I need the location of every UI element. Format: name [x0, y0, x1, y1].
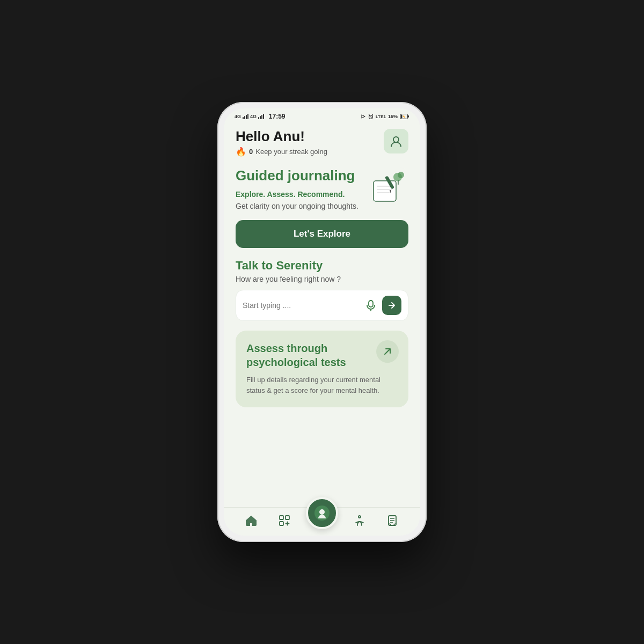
chat-input-container: [236, 290, 408, 321]
svg-point-25: [358, 516, 361, 518]
status-left: 4G 4G 17:59: [235, 113, 286, 120]
serenity-logo-icon: [313, 504, 331, 522]
battery-icon: [400, 114, 409, 119]
nav-apps[interactable]: [273, 512, 296, 529]
nav-journal-book[interactable]: [381, 512, 405, 529]
network-label: LTE1: [376, 114, 386, 119]
signal-label-2: 4G: [250, 114, 257, 119]
flame-icon: 🔥: [236, 147, 246, 157]
battery-percent: 16%: [388, 114, 398, 119]
svg-rect-2: [401, 115, 402, 119]
svg-rect-18: [280, 522, 283, 525]
phone-frame: 4G 4G 17:59: [217, 102, 427, 542]
svg-point-24: [319, 509, 325, 515]
streak-count: 0: [249, 148, 253, 156]
signal-bars-2: [258, 114, 264, 119]
avatar-button[interactable]: [384, 129, 408, 153]
svg-point-4: [393, 137, 399, 142]
main-scroll[interactable]: Hello Anu! 🔥 0 Keep your streak going: [224, 122, 420, 507]
chat-section: Talk to Serenity How are you feeling rig…: [236, 259, 408, 321]
svg-rect-3: [408, 115, 409, 118]
mic-button[interactable]: [365, 299, 377, 311]
svg-point-12: [398, 172, 404, 178]
send-button[interactable]: [382, 296, 401, 315]
chat-input[interactable]: [243, 301, 360, 310]
arrow-diagonal-icon: [382, 346, 393, 357]
journal-card: Guided journaling: [236, 167, 408, 248]
assess-description: Fill up details regarding your current m…: [246, 375, 398, 397]
streak-row: 🔥 0 Keep your streak going: [236, 147, 327, 157]
greeting-block: Hello Anu! 🔥 0 Keep your streak going: [236, 129, 327, 157]
nav-center-serenity[interactable]: [306, 497, 338, 529]
explore-button[interactable]: Let's Explore: [236, 220, 408, 248]
signal-bars-1: [243, 114, 248, 119]
assess-arrow-button[interactable]: [376, 340, 399, 363]
book-icon: [386, 514, 399, 527]
nav-home[interactable]: [239, 512, 263, 529]
svg-rect-17: [286, 516, 289, 519]
assess-card: Assess through psychological tests Fill …: [236, 331, 408, 408]
bluetooth-icon: [361, 113, 366, 120]
apps-icon: [278, 514, 291, 527]
home-icon: [245, 514, 258, 527]
status-bar: 4G 4G 17:59: [224, 108, 420, 122]
journal-tagline-normal: Get clarity on your ongoing thoughts.: [236, 202, 358, 210]
face-icon: [389, 134, 403, 148]
phone-screen: 4G 4G 17:59: [224, 108, 420, 536]
streak-label: Keep your streak going: [255, 148, 327, 156]
svg-rect-14: [369, 301, 373, 307]
greeting-title: Hello Anu!: [236, 129, 327, 144]
journal-illustration: [360, 167, 408, 210]
bottom-nav: [224, 507, 420, 536]
header-section: Hello Anu! 🔥 0 Keep your streak going: [236, 129, 408, 157]
journal-tagline-bold: Explore. Assess. Recommend.: [236, 190, 345, 199]
meditation-icon: [353, 514, 366, 527]
svg-rect-5: [374, 181, 396, 201]
nav-meditation[interactable]: [348, 512, 371, 529]
svg-rect-16: [280, 516, 283, 519]
arrow-right-icon: [387, 301, 397, 310]
mic-icon: [365, 299, 377, 311]
signal-label: 4G: [235, 114, 241, 119]
chat-subtitle: How are you feeling right now ?: [236, 275, 408, 283]
assess-title: Assess through psychological tests: [246, 341, 398, 369]
status-time: 17:59: [269, 113, 286, 120]
chat-section-title: Talk to Serenity: [236, 259, 408, 273]
status-right: LTE1 16%: [361, 113, 409, 120]
alarm-icon: [368, 114, 374, 120]
